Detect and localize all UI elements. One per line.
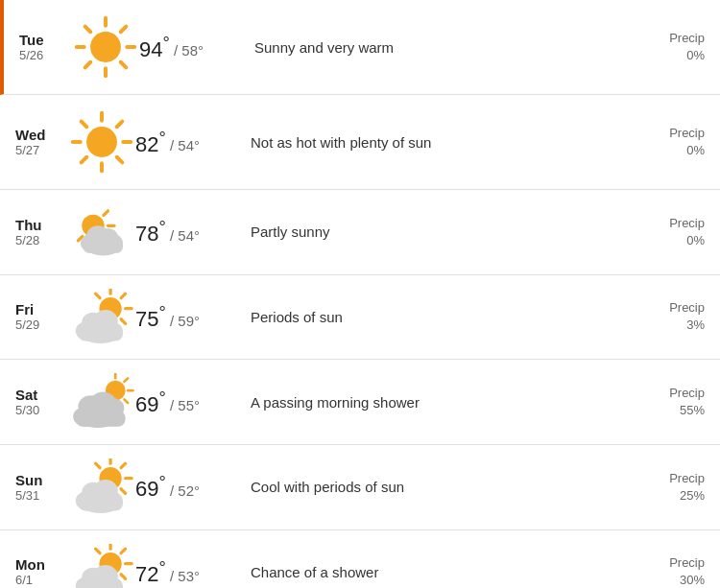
weather-icon [68, 289, 135, 346]
weather-row[interactable]: Tue 5/26 94° / 58° Sunny and very warm P… [0, 0, 720, 95]
weather-description: Chance of a shower [251, 564, 637, 580]
day-date: 5/27 [15, 143, 68, 157]
precip-label: Precip [637, 385, 705, 402]
svg-line-11 [117, 157, 123, 163]
svg-line-43 [124, 400, 128, 404]
precip-value: 3% [637, 317, 705, 334]
precip-info: Precip 0% [637, 215, 705, 249]
temp-high: 94° [139, 37, 170, 61]
day-name: Sun [15, 472, 68, 488]
day-info: Tue 5/26 [19, 32, 72, 62]
temp-low: / 52° [170, 482, 200, 499]
svg-line-65 [121, 549, 126, 553]
precip-label: Precip [637, 554, 705, 572]
svg-line-56 [121, 489, 126, 494]
day-name: Mon [15, 556, 68, 573]
degree-symbol: ° [158, 302, 165, 322]
precip-value: 0% [637, 142, 705, 159]
temp-high: 78° [135, 222, 166, 246]
weather-icon [68, 459, 135, 516]
degree-symbol: ° [158, 557, 165, 577]
svg-line-52 [96, 463, 101, 468]
day-info: Mon 6/1 [15, 556, 68, 587]
svg-line-17 [117, 122, 123, 128]
temp-low: / 53° [170, 568, 200, 584]
weather-description: Not as hot with plenty of sun [251, 134, 637, 151]
day-info: Fri 5/29 [15, 301, 68, 332]
weather-row[interactable]: Thu 5/28 78° / 54° Partly sunny Precip 0… [0, 190, 720, 275]
temp-high: 72° [135, 562, 166, 586]
svg-rect-28 [84, 241, 123, 253]
svg-point-0 [90, 32, 121, 62]
temp-info: 69° / 52° [135, 472, 251, 502]
precip-info: Precip 0% [637, 125, 705, 159]
weather-icon [68, 108, 135, 176]
day-date: 5/26 [19, 48, 72, 62]
precip-label: Precip [637, 125, 705, 142]
day-info: Sun 5/31 [15, 472, 68, 503]
day-name: Tue [19, 32, 72, 48]
day-info: Wed 5/27 [15, 127, 68, 157]
precip-info: Precip 3% [637, 299, 705, 334]
day-name: Fri [15, 301, 68, 318]
svg-line-41 [124, 379, 128, 383]
degree-symbol: ° [162, 32, 169, 52]
svg-point-9 [86, 127, 117, 157]
day-info: Thu 5/28 [15, 217, 68, 247]
precip-value: 55% [637, 402, 705, 419]
day-date: 5/30 [15, 403, 68, 417]
svg-rect-51 [76, 411, 126, 427]
weather-row[interactable]: Wed 5/27 82° / 54° Not as hot with plent… [0, 95, 720, 190]
precip-info: Precip 0% [637, 30, 705, 64]
svg-line-6 [85, 27, 91, 33]
precip-value: 0% [637, 47, 705, 64]
svg-line-33 [121, 318, 126, 323]
weather-description: A passing morning shower [251, 394, 637, 411]
weather-description: Partly sunny [251, 223, 637, 240]
temp-low: / 54° [170, 138, 200, 154]
precip-value: 25% [637, 487, 705, 505]
weather-icon [68, 373, 135, 431]
temp-info: 82° / 54° [135, 127, 251, 156]
temp-info: 78° / 54° [135, 217, 251, 247]
temp-low: / 55° [170, 398, 200, 414]
svg-line-54 [121, 463, 126, 468]
weather-icon [68, 203, 135, 261]
weather-list: Tue 5/26 94° / 58° Sunny and very warm P… [0, 0, 720, 588]
svg-line-29 [96, 294, 101, 298]
svg-line-67 [121, 574, 126, 578]
temp-low: / 58° [174, 43, 204, 59]
weather-row[interactable]: Fri 5/29 75° / 59° Periods of sun Precip… [0, 275, 720, 361]
svg-line-4 [85, 62, 91, 68]
svg-line-18 [104, 211, 108, 216]
day-date: 5/31 [15, 488, 68, 503]
day-date: 5/28 [15, 233, 68, 247]
precip-label: Precip [637, 30, 705, 47]
precip-info: Precip 30% [637, 554, 705, 588]
degree-symbol: ° [158, 217, 165, 237]
weather-row[interactable]: Sat 5/30 69° / 55° A passing morning sho… [0, 360, 720, 445]
day-name: Wed [15, 127, 68, 143]
temp-low: / 54° [170, 227, 200, 244]
temp-high: 82° [135, 132, 166, 156]
temp-info: 72° / 53° [135, 557, 251, 587]
precip-info: Precip 55% [637, 385, 705, 419]
weather-row[interactable]: Sun 5/31 69° / 52° Cool with periods of … [0, 445, 720, 530]
svg-line-2 [121, 62, 127, 68]
temp-low: / 59° [170, 313, 200, 329]
svg-line-8 [121, 27, 127, 33]
precip-label: Precip [637, 299, 705, 317]
weather-description: Cool with periods of sun [251, 479, 637, 495]
svg-line-31 [121, 294, 126, 298]
weather-icon [68, 544, 135, 589]
weather-icon [72, 13, 139, 81]
weather-row[interactable]: Mon 6/1 72° / 53° Chance of a shower Pre… [0, 530, 720, 589]
precip-label: Precip [637, 215, 705, 232]
svg-rect-62 [78, 496, 123, 511]
day-name: Sat [15, 387, 68, 403]
degree-symbol: ° [158, 387, 165, 407]
temp-high: 69° [135, 477, 166, 501]
day-name: Thu [15, 217, 68, 233]
temp-info: 75° / 59° [135, 302, 251, 332]
precip-value: 0% [637, 232, 705, 249]
